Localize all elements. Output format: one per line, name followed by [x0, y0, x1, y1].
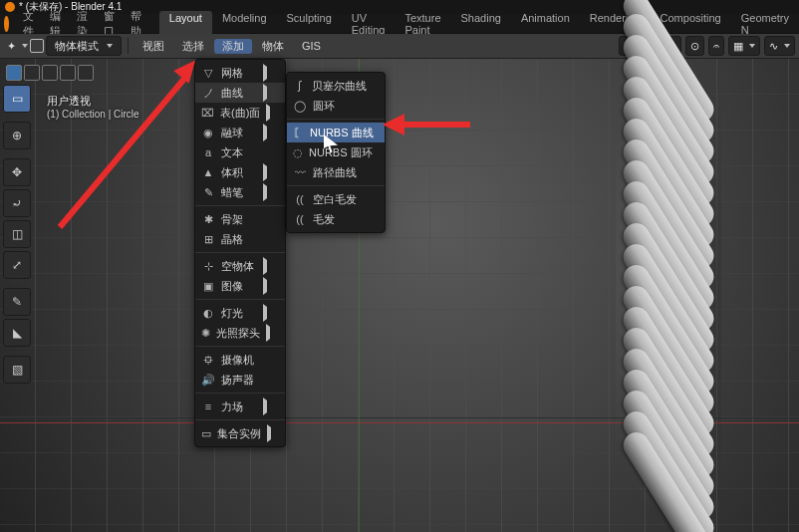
forcefield-icon: ≡: [201, 400, 215, 412]
lattice-icon: ⊞: [201, 233, 215, 246]
tool-scale[interactable]: ◫: [3, 220, 31, 248]
add-speaker[interactable]: 🔊扬声器: [195, 370, 285, 390]
blender-logo-icon: [5, 2, 15, 12]
submenu-arrow-icon: [266, 324, 270, 342]
tab-uv-editing[interactable]: UV Editing: [342, 11, 396, 37]
submenu-arrow-icon: [263, 64, 267, 82]
tool-move[interactable]: ✥: [3, 158, 31, 186]
snap-options[interactable]: ▦: [728, 36, 760, 56]
submenu-arrow-icon: [263, 277, 267, 295]
tab-layout[interactable]: Layout: [159, 11, 212, 37]
tool-measure[interactable]: ◣: [3, 319, 31, 347]
tool-cursor[interactable]: ⊕: [3, 122, 31, 149]
hair-icon: ((: [293, 193, 307, 205]
curve-nurbs-curve[interactable]: 〘NURBS 曲线: [287, 123, 385, 142]
add-forcefield[interactable]: ≡力场: [195, 397, 285, 416]
rendered-object-rope: [616, 45, 721, 532]
add-empty[interactable]: ⊹空物体: [195, 256, 285, 276]
curve-path[interactable]: 〰路径曲线: [287, 162, 385, 182]
tab-texture-paint[interactable]: Texture Paint: [395, 11, 450, 37]
select-box-icon[interactable]: [6, 65, 22, 81]
menu-separator: [195, 393, 285, 394]
header-gis[interactable]: GIS: [294, 40, 329, 52]
tab-animation[interactable]: Animation: [511, 11, 580, 37]
chevron-down-icon: [749, 44, 755, 48]
path-icon: 〰: [293, 166, 307, 178]
submenu-arrow-icon: [266, 104, 270, 122]
add-lattice[interactable]: ⊞晶格: [195, 229, 285, 249]
chevron-down-icon: [107, 44, 113, 48]
light-icon: ◐: [201, 307, 215, 320]
menu-separator: [195, 346, 285, 347]
select-extend-icon[interactable]: [24, 65, 40, 81]
mode-selector-icon[interactable]: [30, 39, 44, 53]
tab-shading[interactable]: Shading: [451, 11, 511, 37]
curve-hair[interactable]: ((毛发: [287, 209, 385, 229]
submenu-arrow-icon: [263, 163, 267, 181]
camera-icon: ⯐: [201, 354, 215, 366]
select-subtract-icon[interactable]: [42, 65, 58, 81]
tab-geometry-nodes[interactable]: Geometry N: [731, 11, 799, 37]
chevron-down-icon: [22, 44, 28, 48]
curve-circle[interactable]: ◯圆环: [287, 96, 385, 116]
annotation-arrow-to-add-menu: [60, 51, 229, 230]
submenu-arrow-icon: [267, 424, 271, 442]
nurbs-curve-icon: 〘: [293, 126, 304, 140]
lightprobe-icon: ✺: [201, 327, 210, 340]
hair-icon: ((: [293, 213, 307, 225]
menu-separator: [287, 185, 385, 186]
header-object[interactable]: 物体: [254, 39, 292, 54]
blender-icon: [4, 16, 9, 32]
menu-separator: [195, 299, 285, 300]
top-menu: 文件 编辑 渲染 窗口 帮助 Layout Modeling Sculpting…: [0, 14, 799, 34]
submenu-arrow-icon: [263, 257, 267, 275]
empty-icon: ⊹: [201, 260, 215, 273]
chevron-down-icon: [784, 44, 790, 48]
submenu-arrow-icon: [263, 398, 267, 415]
curve-bezier[interactable]: ʃ贝塞尔曲线: [287, 76, 385, 96]
nurbs-circle-icon: ◌: [293, 146, 303, 159]
tool-transform[interactable]: ⤢: [3, 251, 31, 279]
tool-select[interactable]: ▭: [3, 85, 31, 113]
menu-separator: [287, 119, 385, 120]
bezier-icon: ʃ: [293, 80, 306, 93]
editor-selector-icon[interactable]: ✦: [4, 40, 18, 53]
tool-rotate[interactable]: ⤾: [3, 189, 31, 217]
tab-sculpting[interactable]: Sculpting: [277, 11, 342, 37]
submenu-arrow-icon: [263, 124, 267, 141]
circle-icon: ◯: [293, 100, 307, 113]
add-camera[interactable]: ⯐摄像机: [195, 350, 285, 370]
tool-add-primitive[interactable]: ▧: [3, 356, 31, 384]
add-collection-instance[interactable]: ▭集合实例: [195, 423, 285, 443]
submenu-arrow-icon: [263, 304, 267, 322]
curve-hair-empty[interactable]: ((空白毛发: [287, 189, 385, 209]
tool-annotate[interactable]: ✎: [3, 288, 31, 316]
collection-icon: ▭: [201, 427, 211, 440]
proportional-edit[interactable]: ∿: [764, 36, 795, 56]
curve-submenu: ʃ贝塞尔曲线 ◯圆环 〘NURBS 曲线 ◌NURBS 圆环 〰路径曲线 ((空…: [286, 72, 386, 233]
submenu-arrow-icon: [263, 84, 267, 102]
viewport[interactable]: 用户透视 (1) Collection | Circle ▭ ⊕ ✥ ⤾ ◫ ⤢…: [0, 59, 799, 532]
add-light[interactable]: ◐灯光: [195, 303, 285, 323]
tool-column: ▭ ⊕ ✥ ⤾ ◫ ⤢ ✎ ◣ ▧: [3, 85, 31, 384]
add-image[interactable]: ▣图像: [195, 276, 285, 296]
workspace-tabs: Layout Modeling Sculpting UV Editing Tex…: [159, 11, 799, 37]
menu-separator: [195, 419, 285, 420]
annotation-arrow-to-nurbs: [387, 117, 476, 136]
tab-modeling[interactable]: Modeling: [212, 11, 277, 37]
submenu-arrow-icon: [263, 183, 267, 201]
speaker-icon: 🔊: [201, 374, 215, 387]
curve-nurbs-circle[interactable]: ◌NURBS 圆环: [287, 142, 385, 162]
menu-separator: [195, 252, 285, 253]
add-lightprobe[interactable]: ✺光照探头: [195, 323, 285, 343]
image-icon: ▣: [201, 280, 215, 293]
